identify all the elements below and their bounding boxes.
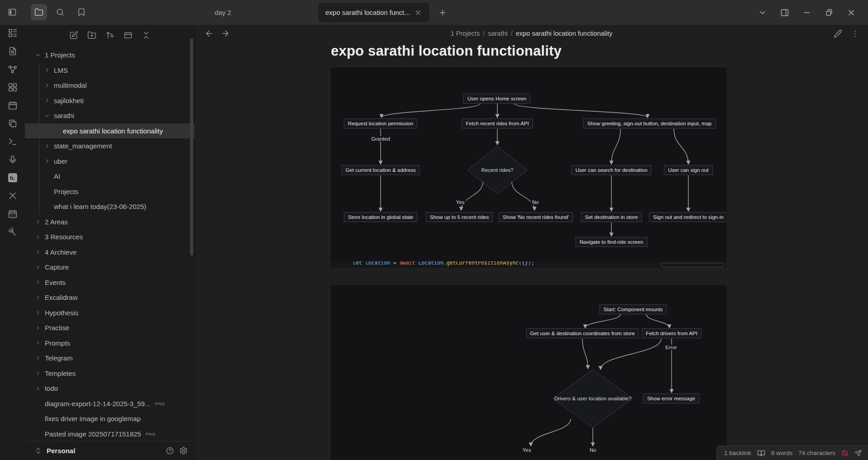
close-window-button[interactable] [846,8,856,18]
chevron-right-icon[interactable] [35,340,45,346]
help-button[interactable] [165,446,175,456]
chevron-right-icon[interactable] [35,355,45,361]
files-tab-button[interactable] [31,4,47,20]
chevron-right-icon[interactable] [44,97,54,104]
sidebar-scrollbar[interactable] [190,38,193,256]
search-icon [56,8,65,17]
more-options-button[interactable] [850,28,860,38]
ribbon-calendar-button[interactable] [7,100,18,111]
tree-file[interactable]: diagram-export-12-14-2025-3_59...PNG [25,396,195,412]
tree-folder[interactable]: sarathi [25,108,195,123]
vault-switcher-icon[interactable] [33,446,43,456]
tree-folder[interactable]: todo [25,381,195,396]
tree-file[interactable]: fixes driver image in googlemap [25,411,195,427]
tree-item-label: Events [45,279,66,286]
ribbon-mic-button[interactable] [7,154,18,165]
ribbon-excalidraw-button[interactable] [7,190,18,201]
chevron-right-icon[interactable] [35,325,45,331]
new-folder-button[interactable] [86,30,97,41]
sync-error-icon[interactable] [841,450,849,457]
book-open-icon[interactable] [757,449,765,457]
minimize-button[interactable] [802,8,812,18]
new-note-button[interactable] [68,30,79,41]
chevron-right-icon[interactable] [35,385,45,392]
tree-folder[interactable]: 2 Areas [25,214,195,230]
bookmarks-tab-button[interactable] [73,4,90,20]
flowchart-node: Navigate to find-ride screen [576,237,648,247]
tree-folder[interactable]: Practise [25,320,195,336]
edit-mode-toggle-button[interactable] [833,28,843,38]
tree-item-label: expo sarathi location functionality [63,127,163,135]
tab-expo-sarathi[interactable]: expo sarathi location funct... [318,3,429,22]
vault-name[interactable]: Personal [47,447,75,455]
breadcrumb-segment[interactable]: expo sarathi location functionality [516,30,613,37]
restore-button[interactable] [824,8,834,18]
tree-folder[interactable]: sajilokheti [25,93,195,109]
tab-list-chevron-button[interactable] [758,8,768,18]
tree-folder[interactable]: multimodal [25,78,195,93]
tree-folder[interactable]: Capture [25,260,195,275]
ribbon-file-search-button[interactable] [7,46,18,57]
tree-file[interactable]: AI [25,169,195,184]
tree-folder[interactable]: Telegram [25,351,195,366]
settings-button[interactable] [178,446,188,456]
tree-folder[interactable]: 1 Projects [25,47,195,63]
breadcrumb-segment[interactable]: sarathi [488,30,508,37]
search-tab-button[interactable] [52,4,68,20]
tree-folder[interactable]: 3 Resources [25,229,195,245]
code-token: . [444,261,447,266]
chevron-right-icon[interactable] [35,249,45,255]
tree-folder[interactable]: LMS [25,63,195,78]
tree-folder[interactable]: 4 Archieve [25,245,195,260]
chevron-right-icon[interactable] [44,143,54,149]
chevron-right-icon[interactable] [35,309,45,316]
ribbon-layout-list-button[interactable] [7,28,18,38]
tree-folder[interactable]: uber [25,154,195,169]
tree-folder[interactable]: Templetes [25,366,195,381]
tree-folder[interactable]: state_management [25,138,195,154]
tree-folder[interactable]: Events [25,275,195,290]
chevron-right-icon[interactable] [35,294,45,301]
chevron-right-icon[interactable] [35,234,45,240]
tab-day-2[interactable]: day 2 [129,0,317,25]
ribbon-copy-button[interactable] [7,118,18,129]
character-count[interactable]: 74 characters [798,450,835,456]
chevron-right-icon[interactable] [35,264,45,270]
ribbon-highlighter-button[interactable]: h. [7,172,18,183]
chevron-down-icon[interactable] [35,52,45,58]
tree-file[interactable]: expo sarathi location functionality [25,123,195,139]
chevron-right-icon[interactable] [44,67,54,73]
flowchart-node: Get user & destination coordinates from … [526,328,639,338]
chevron-right-icon[interactable] [35,279,45,285]
chevron-down-icon[interactable] [44,113,54,119]
card-view-button[interactable] [123,30,134,41]
ribbon-trident-button[interactable] [7,227,18,237]
terminal-icon [8,137,18,147]
ribbon-terminal-button[interactable] [7,136,18,147]
tree-file[interactable]: Projects [25,184,195,199]
word-count[interactable]: 8 words [771,450,792,456]
collapse-all-button[interactable] [141,30,152,41]
ribbon-layout-grid-button[interactable] [7,82,18,93]
toggle-right-sidebar-button[interactable] [780,8,790,18]
tree-file[interactable]: Pasted image 20250717151825PNG [25,427,195,441]
chevron-right-icon[interactable] [44,82,54,89]
tree-file[interactable]: what i learn today(23-06-2025) [25,199,195,214]
backlink-count[interactable]: 1 backlink [724,450,751,456]
ribbon-graph-button[interactable] [7,64,18,75]
sort-asc-button[interactable] [105,30,115,41]
code-copy-button[interactable] [661,263,724,267]
collapse-all-icon [142,31,151,40]
toggle-left-sidebar-button[interactable] [4,4,20,20]
breadcrumb-segment[interactable]: 1 Projects [451,30,480,37]
ribbon-calendar-days-button[interactable] [7,209,18,219]
close-tab-icon[interactable] [415,9,422,16]
chevron-right-icon[interactable] [44,158,54,164]
chevron-right-icon[interactable] [35,370,45,376]
chevron-right-icon[interactable] [35,218,45,225]
send-icon[interactable] [854,450,862,457]
new-tab-button[interactable] [434,5,451,21]
tree-folder[interactable]: Excalidraw [25,290,195,305]
tree-folder[interactable]: Prompts [25,336,195,351]
tree-folder[interactable]: Hypothesis [25,305,195,321]
